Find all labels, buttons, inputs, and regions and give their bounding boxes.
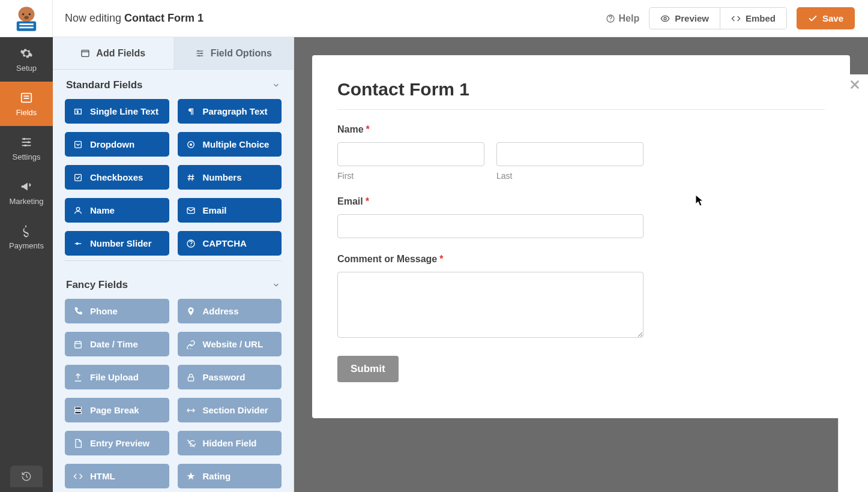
radio-icon	[186, 140, 196, 149]
field-button[interactable]: Paragraph Text	[178, 99, 282, 124]
pagebreak-icon	[73, 406, 83, 415]
form-icon	[20, 91, 33, 104]
save-button[interactable]: Save	[797, 7, 855, 29]
editing-prefix: Now editing	[65, 12, 124, 24]
field-button[interactable]: Website / URL	[178, 332, 282, 356]
hash-icon	[186, 173, 196, 182]
caret-square-icon	[73, 140, 83, 149]
file-icon	[73, 439, 83, 448]
question-icon	[186, 239, 196, 248]
field-button[interactable]: CAPTCHA	[178, 231, 282, 256]
field-button[interactable]: Checkboxes	[65, 165, 169, 190]
tab-field-options[interactable]: Field Options	[173, 37, 294, 69]
field-button[interactable]: Multiple Choice	[178, 132, 282, 157]
check-icon	[808, 14, 818, 23]
eye-off-icon	[186, 439, 196, 448]
nav-marketing[interactable]: Marketing	[0, 170, 53, 215]
envelope-icon	[186, 206, 196, 215]
svg-point-36	[24, 16, 28, 19]
nav-payments[interactable]: Payments	[0, 215, 53, 259]
field-button[interactable]: Phone	[65, 299, 169, 323]
svg-rect-39	[19, 26, 33, 28]
logo	[0, 0, 53, 37]
field-button[interactable]: Rating	[178, 464, 282, 488]
nav-fields[interactable]: Fields	[0, 82, 53, 126]
user-icon	[73, 206, 83, 215]
wpforms-logo-icon	[10, 5, 43, 32]
code-icon	[73, 472, 83, 481]
form-preview: Contact Form 1 Name* First Last	[312, 55, 850, 418]
bullhorn-icon	[20, 180, 33, 193]
lock-icon	[186, 373, 196, 382]
history-button[interactable]	[10, 466, 43, 487]
chevron-down-icon	[272, 81, 280, 89]
input-first-name[interactable]	[337, 142, 484, 166]
paragraph-icon	[186, 107, 196, 116]
input-comment[interactable]	[337, 272, 643, 338]
pin-icon	[186, 307, 196, 316]
label-name: Name*	[337, 124, 825, 135]
group-header[interactable]: Fancy Fields	[65, 269, 282, 299]
field-button[interactable]: Email	[178, 198, 282, 223]
canvas-area: Contact Form 1 Name* First Last	[294, 37, 868, 492]
field-button[interactable]: Hidden Field	[178, 431, 282, 455]
sublabel-last: Last	[496, 171, 643, 181]
help-label: Help	[619, 13, 640, 24]
nav-setup[interactable]: Setup	[0, 37, 53, 82]
field-button[interactable]: Number Slider	[65, 231, 169, 256]
field-name[interactable]: Name* First Last	[337, 124, 825, 181]
input-email[interactable]	[337, 214, 643, 238]
code-icon	[731, 14, 741, 23]
preview-button[interactable]: Preview	[649, 7, 720, 29]
field-button[interactable]: File Upload	[65, 365, 169, 389]
field-button[interactable]: Date / Time	[65, 332, 169, 356]
text-icon	[73, 107, 83, 116]
history-icon	[21, 471, 32, 482]
dollar-icon	[20, 224, 33, 238]
svg-point-34	[22, 13, 24, 16]
sliders-icon	[20, 136, 33, 149]
topbar: Now editing Contact Form 1 Help Preview …	[0, 0, 868, 37]
sliders-icon	[195, 49, 205, 58]
label-comment: Comment or Message*	[337, 254, 825, 265]
sublabel-first: First	[337, 171, 484, 181]
input-last-name[interactable]	[496, 142, 643, 166]
form-name: Contact Form 1	[124, 12, 203, 24]
field-button[interactable]: HTML	[65, 464, 169, 488]
svg-rect-37	[16, 21, 35, 31]
field-button[interactable]: Address	[178, 299, 282, 323]
svg-rect-38	[19, 23, 33, 25]
star-icon	[186, 472, 196, 481]
field-button[interactable]: Page Break	[65, 398, 169, 422]
tab-add-fields[interactable]: Add Fields	[53, 37, 173, 69]
field-button[interactable]: Single Line Text	[65, 99, 169, 124]
check-square-icon	[73, 173, 83, 182]
editing-label: Now editing Contact Form 1	[65, 12, 203, 25]
field-button[interactable]: Dropdown	[65, 132, 169, 157]
form-title: Contact Form 1	[337, 79, 825, 100]
upload-icon	[73, 373, 83, 382]
label-email: Email*	[337, 196, 825, 207]
phone-icon	[73, 307, 83, 316]
divider-icon	[186, 406, 196, 415]
field-email[interactable]: Email*	[337, 196, 825, 238]
help-link[interactable]: Help	[606, 13, 640, 24]
left-nav: SetupFieldsSettingsMarketingPayments	[0, 37, 53, 492]
field-comment[interactable]: Comment or Message*	[337, 254, 825, 340]
help-icon	[606, 14, 615, 23]
window-icon	[80, 49, 90, 58]
field-button[interactable]: Numbers	[178, 165, 282, 190]
sidebar: Add Fields Field Options Standard Fields…	[53, 37, 294, 492]
chevron-down-icon	[272, 281, 280, 289]
nav-settings[interactable]: Settings	[0, 126, 53, 170]
field-button[interactable]: Entry Preview	[65, 431, 169, 455]
eye-icon	[660, 14, 670, 23]
field-button[interactable]: Password	[178, 365, 282, 389]
divider	[337, 109, 825, 110]
submit-button[interactable]: Submit	[337, 356, 399, 382]
group-header[interactable]: Standard Fields	[65, 70, 282, 99]
field-button[interactable]: Name	[65, 198, 169, 223]
field-button[interactable]: Section Divider	[178, 398, 282, 422]
embed-button[interactable]: Embed	[720, 7, 787, 29]
gear-icon	[20, 47, 33, 60]
